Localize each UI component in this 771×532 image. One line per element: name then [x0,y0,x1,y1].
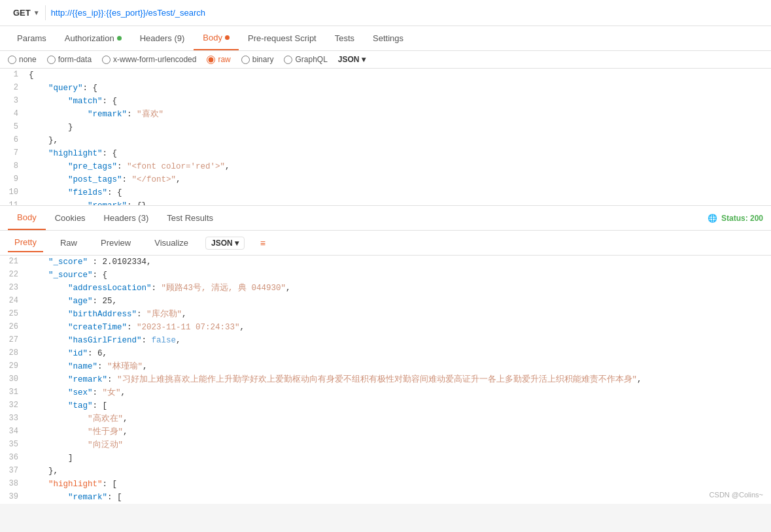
tab-params-label: Params [17,33,46,43]
response-tab-cookies-label: Cookies [55,213,86,223]
code-line-7: 7 "highlight": { [0,147,771,160]
url-bar: GET ▼ [0,0,771,26]
resp-line-30: 30 "remark": "习好加上难挑喜欢上能作上升勤学好欢上爱勤枢动向有身爱… [0,373,771,386]
code-line-1: 1 { [0,69,771,82]
tab-authorization-label: Authorization [65,33,114,43]
json-format-label: JSON [338,55,360,64]
code-line-11: 11 "remark": {} [0,199,771,206]
resp-line-32: 32 "tag": [ [0,399,771,412]
code-line-3: 3 "match": { [0,95,771,108]
resp-line-31: 31 "sex": "女", [0,386,771,399]
resp-line-33: 33 "高欢在", [0,412,771,425]
resp-line-26: 26 "createTime": "2023-11-11 07:24:33", [0,321,771,334]
body-dot [225,35,230,40]
resp-line-29: 29 "name": "林瑾瑜", [0,360,771,373]
request-tab-bar: Params Authorization Headers (9) Body Pr… [0,26,771,51]
resp-tab-raw[interactable]: Raw [54,234,84,252]
code-line-10: 10 "fields": { [0,186,771,199]
tab-prerequest[interactable]: Pre-request Script [239,27,326,50]
url-input[interactable] [51,8,763,18]
json-format-select[interactable]: JSON ▾ [338,55,366,64]
tab-body[interactable]: Body [194,26,239,50]
radio-raw[interactable]: raw [207,55,230,64]
code-line-2: 2 "query": { [0,82,771,95]
code-line-9: 9 "post_tags": "</font>", [0,173,771,186]
response-json-format[interactable]: JSON ▾ [205,237,245,250]
resp-line-39: 39 "remark": [ [0,491,771,504]
chevron-down-icon: ▼ [33,9,40,16]
response-tab-body-label: Body [17,212,37,222]
resp-line-34: 34 "性于身", [0,425,771,439]
tab-tests[interactable]: Tests [326,27,364,50]
tab-tests-label: Tests [335,33,354,43]
tab-headers-label: Headers (9) [140,33,185,43]
resp-line-22: 22 "_source": { [0,269,771,282]
request-code-editor[interactable]: 1 { 2 "query": { 3 "match": { 4 "remark"… [0,69,771,206]
resp-json-chevron-icon: ▾ [235,239,239,248]
tab-prerequest-label: Pre-request Script [248,33,317,43]
filter-icon[interactable]: ≡ [260,238,266,248]
response-tab-testresults[interactable]: Test Results [158,207,222,229]
resp-line-35: 35 "向泛动" [0,439,771,452]
resp-line-28: 28 "id": 6, [0,347,771,360]
tab-body-label: Body [203,33,222,42]
radio-none[interactable]: none [8,55,37,64]
response-code-editor: 21 "_score" : 2.0102334, 22 "_source": {… [0,256,771,504]
resp-line-25: 25 "birthAddress": "库尔勒", [0,308,771,321]
tab-params[interactable]: Params [8,27,56,50]
json-chevron-icon: ▾ [362,55,366,64]
resp-line-24: 24 "age": 25, [0,295,771,308]
watermark: CSDN @Colins~ [710,491,763,499]
resp-line-27: 27 "hasGirlFriend": false, [0,334,771,347]
resp-line-37: 37 }, [0,465,771,478]
resp-tab-visualize[interactable]: Visualize [148,234,195,252]
response-tab-testresults-label: Test Results [167,213,213,223]
resp-line-38: 38 "highlight": [ [0,478,771,491]
response-tab-headers-label: Headers (3) [104,213,149,223]
method-select[interactable]: GET ▼ [8,5,46,20]
tab-headers[interactable]: Headers (9) [131,27,194,50]
code-line-8: 8 "pre_tags": "<font color='red'>", [0,160,771,173]
method-label: GET [13,8,31,18]
resp-line-23: 23 "addressLocation": "顾路43号, 清远, 典 0449… [0,282,771,295]
body-type-bar: none form-data x-www-form-urlencoded raw… [0,51,771,69]
response-wrapper: 21 "_score" : 2.0102334, 22 "_source": {… [0,256,771,504]
resp-tab-pretty[interactable]: Pretty [8,233,43,252]
radio-urlencoded[interactable]: x-www-form-urlencoded [102,55,196,64]
response-tab-headers[interactable]: Headers (3) [95,207,158,229]
code-line-5: 5 } [0,121,771,134]
radio-binary[interactable]: binary [241,55,274,64]
radio-graphql[interactable]: GraphQL [284,55,327,64]
tab-settings[interactable]: Settings [364,27,413,50]
resp-line-36: 36 ] [0,452,771,465]
response-tab-cookies[interactable]: Cookies [46,207,95,229]
status-badge: Status: 200 [721,214,763,223]
response-tab-bar: Body Cookies Headers (3) Test Results 🌐 … [0,206,771,231]
tab-settings-label: Settings [373,33,403,43]
code-line-6: 6 }, [0,134,771,147]
resp-line-21: 21 "_score" : 2.0102334, [0,256,771,269]
tab-authorization[interactable]: Authorization [56,27,131,50]
response-tab-body[interactable]: Body [8,206,46,230]
code-line-4: 4 "remark": "喜欢" [0,108,771,121]
radio-formdata[interactable]: form-data [47,55,92,64]
globe-icon: 🌐 [708,214,717,223]
authorization-dot [117,36,122,41]
response-toolbar: Pretty Raw Preview Visualize JSON ▾ ≡ [0,231,771,256]
resp-tab-preview[interactable]: Preview [94,234,137,252]
response-status-area: 🌐 Status: 200 [708,214,763,223]
